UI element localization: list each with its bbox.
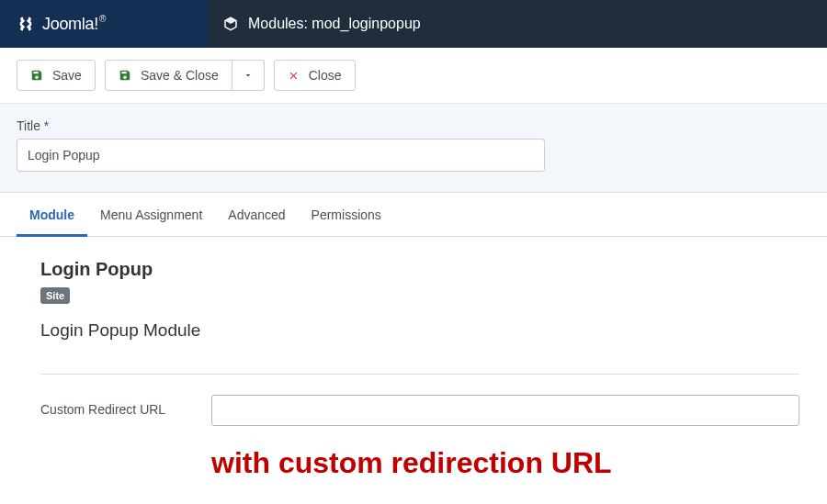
tabs: Module Menu Assignment Advanced Permissi… (0, 195, 827, 237)
brand-name: Joomla! (42, 15, 98, 34)
topbar: Joomla! ® Modules: mod_loginpopup (0, 0, 827, 48)
page-header: Modules: mod_loginpopup (208, 16, 421, 32)
title-label: Title * (17, 118, 810, 133)
close-button[interactable]: Close (274, 60, 356, 91)
close-label: Close (309, 68, 342, 83)
title-input[interactable] (17, 139, 545, 172)
close-icon (288, 70, 300, 82)
annotation-text: with custom redirection URL (211, 446, 799, 480)
module-heading: Login Popup (40, 259, 799, 280)
save-close-label: Save & Close (141, 68, 219, 83)
tab-menu-assignment[interactable]: Menu Assignment (87, 196, 215, 237)
page-title: Modules: mod_loginpopup (248, 16, 421, 32)
joomla-icon (17, 15, 35, 33)
toolbar: Save Save & Close Close (0, 48, 827, 104)
brand[interactable]: Joomla! ® (0, 0, 208, 48)
save-icon (119, 69, 131, 82)
tab-content: Login Popup Site Login Popup Module Cust… (0, 237, 827, 502)
save-button[interactable]: Save (17, 60, 96, 91)
module-description: Login Popup Module (40, 320, 799, 341)
save-label: Save (52, 68, 82, 83)
client-badge: Site (40, 287, 70, 304)
field-row-redirect: Custom Redirect URL with custom redirect… (40, 395, 799, 480)
save-close-button[interactable]: Save & Close (105, 60, 232, 91)
save-icon (30, 69, 43, 82)
module-icon (222, 16, 239, 32)
tab-permissions[interactable]: Permissions (299, 196, 394, 237)
chevron-down-icon (243, 70, 254, 81)
divider (40, 374, 799, 375)
save-dropdown-button[interactable] (232, 60, 265, 91)
tab-module[interactable]: Module (17, 196, 87, 237)
title-form-area: Title * (0, 104, 827, 193)
redirect-url-input[interactable] (211, 395, 799, 426)
tab-advanced[interactable]: Advanced (215, 196, 298, 237)
save-close-group: Save & Close (105, 60, 265, 91)
brand-reg: ® (99, 14, 106, 24)
redirect-url-label: Custom Redirect URL (40, 395, 211, 417)
